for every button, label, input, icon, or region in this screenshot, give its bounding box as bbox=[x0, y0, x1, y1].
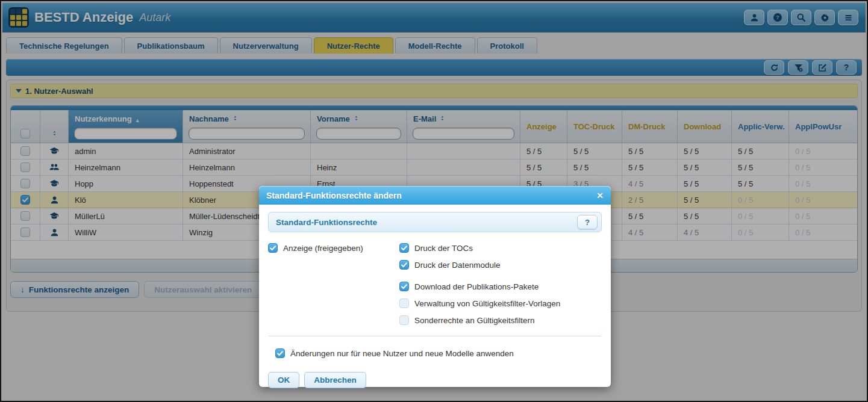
checkbox-label: Druck der Datenmodule bbox=[414, 261, 501, 270]
dialog-title: Standard-Funktionsrechte ändern bbox=[266, 191, 402, 200]
dialog-footer-checkbox-row: Änderungen nur für neue Nutzer und neue … bbox=[275, 345, 602, 362]
checked-checkbox[interactable] bbox=[399, 243, 409, 253]
ok-button[interactable]: OK bbox=[268, 372, 299, 388]
dialog-checkbox-row: Anzeige (freigegeben) bbox=[268, 240, 399, 256]
dialog-titlebar[interactable]: Standard-Funktionsrechte ändern ✕ bbox=[259, 186, 611, 205]
dialog-buttons: OKAbbrechen bbox=[268, 372, 602, 388]
dialog-checkbox-group: Download der Publikations-PaketeVerwaltu… bbox=[399, 278, 602, 329]
dialog-checkbox-column-right: Druck der TOCsDruck der DatenmoduleDownl… bbox=[399, 240, 602, 329]
dialog-checkbox-column-left: Anzeige (freigegeben) bbox=[268, 240, 399, 329]
dialog-body: Standard-Funktionsrechte ? Anzeige (frei… bbox=[259, 205, 611, 388]
dialog-checkbox-row: Änderungen nur für neue Nutzer und neue … bbox=[275, 345, 602, 362]
checkbox-label: Verwaltung von Gültigkeitsfilter-Vorlage… bbox=[414, 299, 560, 308]
unchecked-checkbox[interactable] bbox=[399, 315, 409, 325]
application-window: BESTD Anzeige Autark ? Technische Regelu… bbox=[0, 0, 868, 402]
checkbox-label: Druck der TOCs bbox=[414, 244, 473, 253]
dialog-help-button[interactable]: ? bbox=[577, 215, 598, 229]
dialog-checkbox-row: Druck der TOCs bbox=[399, 240, 602, 256]
checkbox-label: Anzeige (freigegeben) bbox=[283, 244, 363, 253]
checked-checkbox[interactable] bbox=[275, 348, 285, 358]
unchecked-checkbox[interactable] bbox=[399, 298, 409, 308]
dialog-panel-title: Standard-Funktionsrechte bbox=[276, 218, 377, 227]
dialog-panel-header: Standard-Funktionsrechte ? bbox=[268, 212, 602, 232]
checkbox-label: Sonderrechte an Gültigkeitsfiltern bbox=[414, 316, 535, 325]
checked-checkbox[interactable] bbox=[399, 282, 409, 291]
dialog-checkbox-row: Verwaltung von Gültigkeitsfilter-Vorlage… bbox=[399, 295, 602, 312]
dialog-checkbox-area: Anzeige (freigegeben) Druck der TOCsDruc… bbox=[268, 240, 602, 329]
standard-funktionsrechte-dialog: Standard-Funktionsrechte ändern ✕ Standa… bbox=[259, 186, 611, 387]
dialog-checkbox-row: Download der Publikations-Pakete bbox=[399, 278, 602, 295]
close-icon[interactable]: ✕ bbox=[596, 191, 604, 200]
dialog-checkbox-row: Druck der Datenmodule bbox=[399, 256, 602, 273]
abbrechen-button[interactable]: Abbrechen bbox=[304, 372, 366, 388]
dialog-divider bbox=[269, 336, 601, 336]
checkbox-label: Änderungen nur für neue Nutzer und neue … bbox=[290, 349, 514, 358]
checkbox-label: Download der Publikations-Pakete bbox=[414, 282, 539, 291]
dialog-checkbox-group: Druck der TOCsDruck der Datenmodule bbox=[399, 240, 602, 273]
checked-checkbox[interactable] bbox=[399, 260, 409, 270]
dialog-checkbox-row: Sonderrechte an Gültigkeitsfiltern bbox=[399, 312, 602, 329]
checked-checkbox[interactable] bbox=[268, 243, 278, 253]
